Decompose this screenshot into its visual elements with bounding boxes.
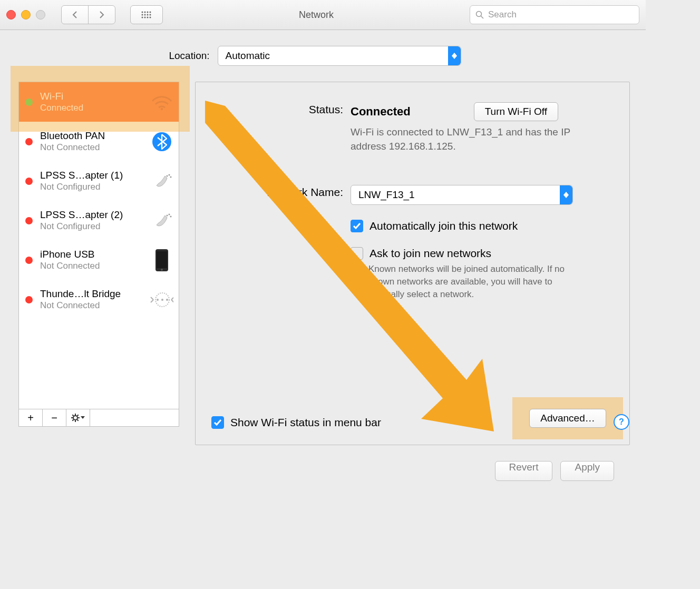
grid-icon (141, 11, 152, 19)
sidebar-column: Wi-Fi Connected Bluetooth PAN Not Connec… (0, 82, 179, 427)
svg-point-12 (477, 12, 482, 17)
titlebar: Network Search (0, 0, 646, 30)
phone-icon (150, 171, 173, 192)
chevron-updown-icon (560, 185, 572, 204)
sidebar-item-thunderbolt-bridge[interactable]: Thunde…lt Bridge Not Connected (19, 280, 179, 319)
search-icon (475, 11, 484, 19)
sidebar-toolbar: + − (19, 409, 179, 426)
chevron-updown-icon (448, 46, 461, 65)
help-button[interactable]: ? (614, 414, 629, 430)
status-dot-icon (25, 257, 33, 264)
annotation-highlight-sidebar (11, 66, 190, 132)
apply-button[interactable]: Apply (560, 461, 614, 481)
interface-name: LPSS S…apter (1) (40, 170, 150, 182)
add-interface-button[interactable]: + (19, 409, 43, 426)
svg-point-27 (161, 299, 163, 301)
window-body: Location: Automatic Wi-Fi Co (0, 30, 646, 513)
location-label: Location: (169, 50, 209, 62)
location-select[interactable]: Automatic (218, 46, 461, 66)
interface-status: Not Connected (40, 261, 150, 271)
interface-actions-button[interactable] (66, 409, 90, 426)
forward-button[interactable] (88, 5, 115, 24)
status-dot-icon (25, 178, 33, 185)
interface-name: iPhone USB (40, 249, 150, 261)
svg-point-24 (161, 269, 163, 271)
phone-icon (150, 210, 173, 231)
svg-point-18 (170, 176, 172, 178)
back-button[interactable] (61, 5, 89, 24)
svg-point-19 (167, 214, 168, 216)
bridge-icon (150, 292, 173, 308)
close-button[interactable] (6, 10, 16, 19)
svg-line-35 (77, 420, 79, 421)
annotation-arrow (203, 101, 503, 438)
detail-panel: Status: Connected Turn Wi-Fi Off Wi-Fi i… (195, 82, 630, 445)
svg-rect-23 (157, 251, 167, 268)
window-title: Network (168, 9, 464, 21)
gear-icon (71, 414, 80, 422)
svg-point-20 (169, 213, 170, 215)
sidebar-item-iphone-usb[interactable]: iPhone USB Not Connected (19, 240, 179, 280)
svg-point-6 (147, 14, 149, 16)
interface-status: Not Configured (40, 182, 150, 192)
zoom-button (36, 10, 45, 19)
svg-point-8 (142, 17, 143, 18)
interface-name: Thunde…lt Bridge (40, 288, 150, 300)
svg-line-13 (481, 16, 484, 19)
svg-point-3 (150, 12, 151, 13)
svg-point-7 (150, 14, 151, 16)
svg-point-26 (157, 299, 159, 301)
status-dot-icon (25, 296, 33, 303)
footer-buttons: Revert Apply (0, 445, 630, 492)
bluetooth-icon (150, 131, 173, 152)
svg-point-21 (170, 215, 172, 217)
status-dot-icon (25, 217, 33, 224)
search-input[interactable]: Search (470, 5, 639, 24)
svg-point-17 (169, 174, 170, 175)
interface-list: Wi-Fi Connected Bluetooth PAN Not Connec… (18, 82, 179, 427)
location-value: Automatic (218, 50, 277, 62)
interface-status: Not Configured (40, 221, 150, 232)
show-all-button[interactable] (130, 5, 163, 24)
svg-point-11 (150, 17, 151, 18)
svg-marker-38 (205, 101, 494, 431)
interface-name: LPSS S…apter (2) (40, 209, 150, 221)
remove-interface-button[interactable]: − (43, 409, 66, 426)
iphone-icon (150, 249, 173, 272)
svg-line-36 (72, 420, 73, 421)
revert-button[interactable]: Revert (495, 461, 553, 481)
interface-name: Bluetooth PAN (40, 130, 150, 142)
interface-status: Not Connected (40, 300, 150, 311)
svg-point-0 (142, 12, 143, 13)
annotation-highlight-advanced: Advanced… (512, 397, 623, 439)
svg-line-34 (72, 415, 73, 416)
nav-buttons (61, 5, 115, 24)
sidebar-item-lpss-1[interactable]: LPSS S…apter (1) Not Configured (19, 161, 179, 201)
svg-point-16 (167, 175, 168, 176)
svg-point-28 (166, 299, 168, 301)
svg-line-37 (77, 415, 79, 416)
svg-point-9 (144, 17, 146, 18)
window-controls (6, 10, 45, 19)
svg-point-1 (144, 12, 146, 13)
network-prefs-window: Network Search Location: Automatic (0, 0, 646, 513)
interface-status: Not Connected (40, 142, 150, 153)
svg-point-29 (73, 416, 77, 420)
sidebar-item-lpss-2[interactable]: LPSS S…apter (2) Not Configured (19, 201, 179, 240)
svg-point-2 (147, 12, 149, 13)
svg-point-4 (142, 14, 143, 16)
minimize-button[interactable] (21, 10, 31, 19)
svg-point-5 (144, 14, 146, 16)
chevron-down-icon (81, 416, 85, 419)
svg-point-10 (147, 17, 149, 18)
status-dot-icon (25, 138, 33, 145)
location-row: Location: Automatic (0, 46, 630, 66)
search-placeholder: Search (488, 9, 517, 20)
advanced-button[interactable]: Advanced… (529, 409, 606, 428)
